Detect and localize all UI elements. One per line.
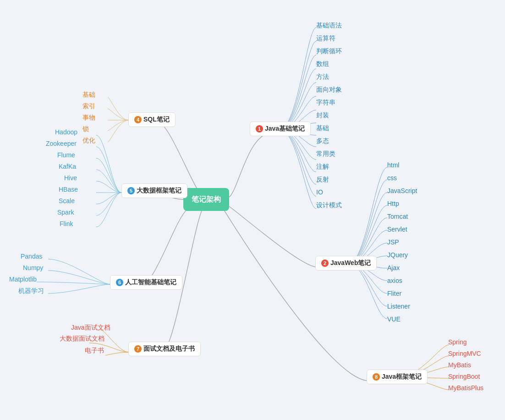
java-leaf-9[interactable]: 基础 (316, 124, 329, 133)
bigdata-leaf-7[interactable]: Scale (59, 197, 75, 204)
center-label: 笔记架构 (192, 195, 221, 204)
java-leaf-15[interactable]: 设计模式 (316, 201, 342, 210)
java-basic-branch-node[interactable]: 1 Java基础笔记 (250, 122, 311, 136)
javaweb-leaf-12[interactable]: Listener (387, 303, 410, 310)
bigdata-leaf-1[interactable]: Hadoop (55, 128, 77, 136)
sql-leaf-3[interactable]: 事物 (82, 114, 95, 122)
sql-leaf-4[interactable]: 锁 (82, 125, 89, 133)
javaweb-leaf-2[interactable]: css (387, 174, 397, 182)
framework-branch-node[interactable]: 8 Java框架笔记 (367, 370, 428, 384)
bigdata-leaf-9[interactable]: Flink (60, 220, 73, 227)
bigdata-badge: 5 (127, 187, 135, 194)
sql-label: SQL笔记 (143, 116, 170, 124)
bigdata-leaf-3[interactable]: Flume (57, 151, 75, 159)
sql-leaf-5[interactable]: 优化 (82, 137, 95, 145)
sql-badge: 4 (134, 116, 142, 123)
javaweb-leaf-9[interactable]: Ajax (387, 264, 400, 271)
java-leaf-2[interactable]: 运算符 (316, 34, 335, 43)
java-leaf-7[interactable]: 字符串 (316, 99, 335, 107)
ai-branch-node[interactable]: 6 人工智能基础笔记 (110, 275, 182, 290)
bigdata-leaf-6[interactable]: HBase (59, 186, 78, 193)
java-leaf-6[interactable]: 面向对象 (316, 86, 342, 94)
javaweb-leaf-3[interactable]: JavaScript (387, 187, 417, 194)
interview-label: 面试文档及电子书 (143, 345, 195, 353)
bigdata-leaf-4[interactable]: KafKa (59, 163, 76, 170)
framework-leaf-4[interactable]: SpringBoot (448, 373, 480, 380)
framework-label: Java框架笔记 (382, 373, 422, 381)
sql-leaf-1[interactable]: 基础 (82, 91, 95, 99)
bigdata-branch-node[interactable]: 5 大数据框架笔记 (121, 183, 187, 198)
javaweb-leaf-10[interactable]: axios (387, 277, 402, 284)
javaweb-leaf-13[interactable]: VUE (387, 315, 401, 323)
framework-leaf-3[interactable]: MyBatis (448, 361, 471, 369)
ai-leaf-2[interactable]: Numpy (23, 264, 43, 271)
java-basic-label: Java基础笔记 (265, 125, 305, 133)
javaweb-leaf-5[interactable]: Tomcat (387, 213, 408, 220)
java-leaf-10[interactable]: 多态 (316, 137, 329, 145)
javaweb-leaf-8[interactable]: JQuery (387, 251, 408, 259)
java-leaf-13[interactable]: 反射 (316, 176, 329, 184)
javaweb-leaf-4[interactable]: Http (387, 200, 399, 207)
ai-leaf-1[interactable]: Pandas (21, 253, 42, 260)
java-leaf-14[interactable]: IO (316, 188, 323, 196)
java-leaf-1[interactable]: 基础语法 (316, 22, 342, 30)
javaweb-badge: 2 (321, 260, 329, 267)
javaweb-branch-node[interactable]: 2 JavaWeb笔记 (315, 256, 377, 271)
ai-label: 人工智能基础笔记 (125, 278, 176, 287)
javaweb-leaf-6[interactable]: Servlet (387, 226, 407, 233)
interview-branch-node[interactable]: 7 面试文档及电子书 (128, 342, 201, 356)
center-node[interactable]: 笔记架构 (183, 188, 229, 211)
interview-badge: 7 (134, 345, 142, 353)
javaweb-leaf-7[interactable]: JSP (387, 238, 399, 246)
sql-leaf-2[interactable]: 索引 (82, 102, 95, 111)
ai-badge: 6 (116, 279, 123, 286)
interview-leaf-1[interactable]: Java面试文档 (71, 324, 110, 332)
bigdata-leaf-5[interactable]: Hive (64, 174, 77, 182)
ai-leaf-3[interactable]: Matplotlib (9, 276, 37, 283)
java-leaf-12[interactable]: 注解 (316, 163, 329, 171)
sql-branch-node[interactable]: 4 SQL笔记 (128, 112, 176, 127)
framework-leaf-2[interactable]: SpringMVC (448, 350, 481, 357)
framework-badge: 8 (373, 373, 380, 381)
interview-leaf-3[interactable]: 电子书 (85, 347, 104, 355)
java-basic-badge: 1 (256, 125, 263, 133)
bigdata-label: 大数据框架笔记 (137, 187, 181, 195)
ai-leaf-4[interactable]: 机器学习 (18, 287, 44, 295)
java-leaf-8[interactable]: 封装 (316, 111, 329, 120)
bigdata-leaf-2[interactable]: Zookeeper (46, 140, 77, 147)
framework-leaf-5[interactable]: MyBatisPlus (448, 384, 483, 392)
framework-leaf-1[interactable]: Spring (448, 338, 467, 346)
java-leaf-4[interactable]: 数组 (316, 60, 329, 68)
interview-leaf-2[interactable]: 大数据面试文档 (60, 335, 104, 343)
java-leaf-5[interactable]: 方法 (316, 73, 329, 81)
mind-map: 笔记架构 4 SQL笔记 5 大数据框架笔记 6 人工智能基础笔记 7 面试文档… (0, 0, 505, 420)
bigdata-leaf-8[interactable]: Spark (57, 209, 74, 216)
javaweb-leaf-1[interactable]: html (387, 161, 399, 169)
connections-svg (0, 0, 505, 420)
java-leaf-3[interactable]: 判断循环 (316, 47, 342, 55)
javaweb-label: JavaWeb笔记 (330, 259, 371, 267)
javaweb-leaf-11[interactable]: Fliter (387, 290, 401, 297)
java-leaf-11[interactable]: 常用类 (316, 150, 335, 158)
